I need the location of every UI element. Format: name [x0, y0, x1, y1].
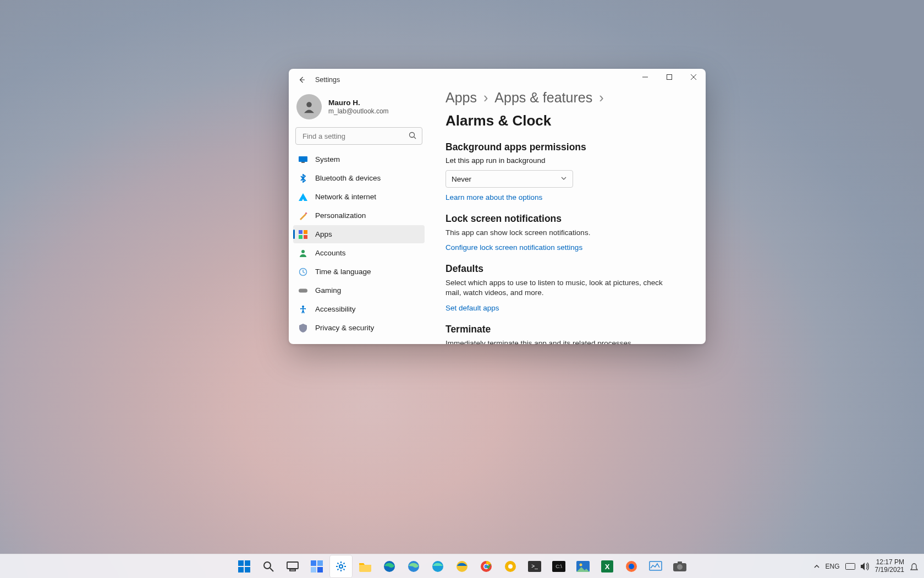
svg-line-22 — [270, 568, 273, 571]
taskbar-app-chrome-canary[interactable] — [499, 555, 521, 577]
tray-keyboard-icon[interactable] — [845, 563, 855, 570]
svg-rect-27 — [311, 567, 316, 572]
personalization-icon — [299, 211, 307, 220]
widgets-button[interactable] — [306, 555, 328, 577]
nav-item-time[interactable]: Time & language — [293, 263, 425, 281]
svg-rect-9 — [299, 230, 302, 234]
nav-label: System — [315, 155, 340, 163]
taskbar-app-camera[interactable] — [669, 555, 691, 577]
svg-rect-15 — [299, 288, 307, 292]
widgets-icon — [310, 559, 324, 574]
svg-rect-49 — [845, 563, 855, 569]
heading-defaults: Defaults — [446, 263, 689, 275]
tray-chevron-up-icon[interactable] — [813, 563, 820, 570]
window-title: Settings — [315, 76, 340, 84]
breadcrumb-level2[interactable]: Apps & features — [494, 91, 592, 106]
windows-icon — [237, 559, 251, 574]
nav-item-accessibility[interactable]: Accessibility — [293, 300, 425, 318]
taskbar-center: >_ C:\ X — [233, 555, 691, 577]
svg-rect-23 — [287, 562, 298, 569]
search-input[interactable] — [295, 127, 422, 145]
tray-date: 7/19/2021 — [875, 566, 904, 574]
gaming-icon — [299, 286, 307, 295]
close-button[interactable] — [681, 69, 706, 85]
desc-terminate: Immediately terminate this app and its r… — [446, 339, 689, 344]
bluetooth-icon — [299, 174, 307, 183]
taskbar-app-edge-dev[interactable] — [403, 555, 425, 577]
dropdown-value: Never — [452, 175, 471, 183]
cmd-icon: C:\ — [552, 561, 565, 572]
search-button[interactable] — [257, 555, 279, 577]
dropdown-run-in-background[interactable]: Never — [446, 170, 573, 188]
nav-label: Apps — [315, 230, 332, 238]
nav-item-gaming[interactable]: Gaming — [293, 281, 425, 299]
taskbar-app-edge-canary[interactable] — [451, 555, 473, 577]
nav-item-bluetooth[interactable]: Bluetooth & devices — [293, 169, 425, 187]
label-run-in-background: Let this app run in background — [446, 156, 689, 165]
taskbar-app-chrome[interactable] — [475, 555, 497, 577]
sidebar: Mauro H. m_lab@outlook.com System Blueto… — [289, 91, 429, 344]
apps-icon — [299, 230, 307, 239]
nav-item-privacy[interactable]: Privacy & security — [293, 319, 425, 337]
taskbar-app-firefox[interactable] — [620, 555, 642, 577]
tray-language[interactable]: ENG — [826, 563, 840, 570]
taskbar-app-excel[interactable]: X — [596, 555, 618, 577]
link-set-default-apps[interactable]: Set default apps — [446, 304, 499, 312]
chevron-right-icon: › — [599, 91, 603, 106]
firefox-icon — [624, 559, 639, 574]
chrome-canary-icon — [503, 559, 518, 574]
back-button[interactable] — [292, 71, 312, 89]
nav-item-apps[interactable]: Apps — [293, 225, 425, 243]
taskbar-app-settings[interactable] — [330, 555, 352, 577]
tray-clock[interactable]: 12:17 PM 7/19/2021 — [875, 559, 904, 574]
link-configure-lock-screen[interactable]: Configure lock screen notification setti… — [446, 243, 582, 252]
chrome-icon — [479, 559, 493, 574]
task-view-button[interactable] — [282, 555, 304, 577]
accessibility-icon — [299, 305, 307, 314]
nav-item-personalization[interactable]: Personalization — [293, 206, 425, 225]
taskbar-app-photos[interactable] — [572, 555, 594, 577]
taskbar-app-terminal[interactable]: >_ — [524, 555, 546, 577]
tray-notifications-icon[interactable] — [910, 562, 919, 571]
svg-point-4 — [410, 133, 415, 138]
minimize-button[interactable] — [633, 69, 657, 85]
taskbar-app-edge-beta[interactable] — [427, 555, 449, 577]
nav-label: Bluetooth & devices — [315, 174, 381, 182]
taskbar-app-monitor[interactable] — [645, 555, 667, 577]
taskbar-app-cmd[interactable]: C:\ — [548, 555, 570, 577]
tray-volume-icon[interactable] — [861, 563, 870, 570]
taskbar-app-edge[interactable] — [378, 555, 400, 577]
svg-text:X: X — [605, 563, 610, 571]
svg-point-40 — [580, 563, 582, 566]
nav-label: Accounts — [315, 249, 346, 257]
svg-rect-26 — [317, 560, 323, 566]
svg-rect-17 — [238, 560, 244, 566]
link-learn-more[interactable]: Learn more about the options — [446, 193, 542, 201]
minimize-icon — [642, 74, 648, 80]
breadcrumb-level1[interactable]: Apps — [446, 91, 477, 106]
taskbar: >_ C:\ X ENG 12:17 PM 7/19/2021 — [0, 554, 924, 578]
maximize-button[interactable] — [657, 69, 681, 85]
photos-icon — [576, 559, 590, 574]
nav-label: Privacy & security — [315, 324, 374, 332]
svg-point-13 — [301, 250, 305, 253]
nav-item-system[interactable]: System — [293, 150, 425, 168]
svg-rect-20 — [245, 567, 250, 572]
svg-rect-7 — [301, 162, 305, 163]
svg-rect-19 — [238, 567, 244, 572]
privacy-icon — [299, 324, 307, 332]
breadcrumb-level3: Alarms & Clock — [446, 112, 551, 129]
nav-label: Personalization — [315, 211, 366, 220]
nav-item-network[interactable]: Network & internet — [293, 188, 425, 206]
nav-label: Accessibility — [315, 305, 356, 313]
taskbar-app-explorer[interactable] — [354, 555, 376, 577]
svg-point-38 — [508, 564, 513, 569]
nav-item-accounts[interactable]: Accounts — [293, 244, 425, 262]
start-button[interactable] — [233, 555, 255, 577]
desc-lock-screen: This app can show lock screen notificati… — [446, 228, 689, 238]
nav-list: System Bluetooth & devices Network & int… — [293, 150, 425, 337]
search-icon — [261, 559, 276, 574]
profile-block[interactable]: Mauro H. m_lab@outlook.com — [293, 94, 425, 124]
svg-rect-1 — [667, 75, 672, 80]
close-icon — [691, 74, 696, 80]
